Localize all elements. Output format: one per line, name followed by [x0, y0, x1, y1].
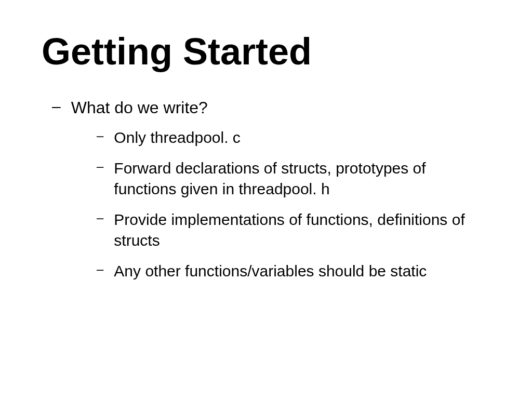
list-item: – Any other functions/variables should b…: [97, 261, 490, 282]
list-item-text: What do we write?: [71, 97, 208, 118]
bullet-dash-icon: –: [97, 158, 103, 175]
bullet-list-level1: – What do we write? – Only threadpool. c…: [52, 97, 490, 282]
bullet-dash-icon: –: [97, 127, 103, 144]
list-item-text: Provide implementations of functions, de…: [114, 209, 490, 251]
list-item: – Only threadpool. c: [97, 127, 490, 149]
bullet-dash-icon: –: [52, 97, 61, 116]
slide-title: Getting Started: [42, 31, 490, 72]
list-item-text: Only threadpool. c: [114, 127, 240, 149]
list-item-text: Forward declarations of structs, prototy…: [114, 158, 490, 200]
slide-container: Getting Started – What do we write? – On…: [0, 0, 532, 312]
list-item: – What do we write?: [52, 97, 490, 118]
bullet-dash-icon: –: [97, 209, 103, 226]
list-item-text: Any other functions/variables should be …: [114, 261, 427, 282]
list-item: – Provide implementations of functions, …: [97, 209, 490, 251]
bullet-list-level2: – Only threadpool. c – Forward declarati…: [97, 127, 490, 282]
list-item: – Forward declarations of structs, proto…: [97, 158, 490, 200]
bullet-dash-icon: –: [97, 261, 103, 277]
